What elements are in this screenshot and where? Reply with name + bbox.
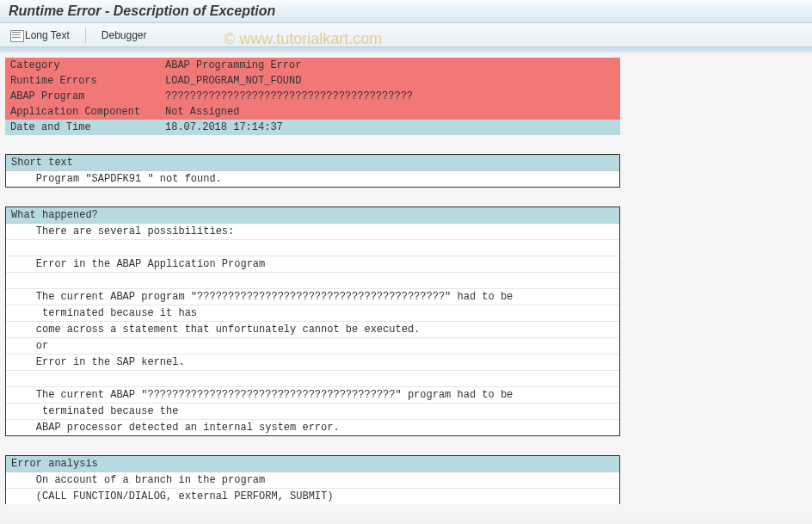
what-happened-section: What happened? There are several possibi…: [5, 207, 620, 436]
abap-program-value: ????????????????????????????????????????: [160, 89, 620, 104]
error-analysis-section: Error analysis On account of a branch in…: [5, 455, 620, 504]
debugger-button[interactable]: Debugger: [98, 28, 151, 43]
info-row-datetime: Date and Time 18.07.2018 17:14:37: [5, 120, 620, 135]
document-icon: [10, 30, 22, 40]
text-line: There are several possibilities:: [6, 224, 619, 240]
short-text-body: Program "SAPDFK91 " not found.: [6, 171, 619, 187]
text-line: (CALL FUNCTION/DIALOG, external PERFORM,…: [6, 489, 619, 504]
long-text-label: Long Text: [25, 29, 70, 41]
content-area: Category ABAP Programming Error Runtime …: [0, 47, 812, 520]
datetime-value: 18.07.2018 17:14:37: [160, 120, 620, 135]
info-row-runtime-errors: Runtime Errors LOAD_PROGRAM_NOT_FOUND: [5, 73, 620, 89]
text-line: or: [6, 338, 619, 354]
error-info-table: Category ABAP Programming Error Runtime …: [5, 58, 620, 135]
error-analysis-body: On account of a branch in the program (C…: [6, 472, 619, 504]
what-happened-body: There are several possibilities: Error i…: [6, 224, 619, 435]
app-component-value: Not Assigned: [160, 104, 620, 120]
text-line: [6, 240, 619, 256]
separator-strip: [0, 47, 812, 52]
abap-program-label: ABAP Program: [5, 89, 160, 104]
category-value: ABAP Programming Error: [160, 58, 620, 73]
category-label: Category: [5, 58, 160, 73]
title-bar: Runtime Error - Description of Exception: [0, 0, 812, 23]
runtime-errors-label: Runtime Errors: [5, 73, 160, 89]
debugger-label: Debugger: [102, 29, 147, 41]
app-component-label: Application Component: [5, 104, 160, 120]
text-line: Error in the SAP kernel.: [6, 354, 619, 371]
text-line: Program "SAPDFK91 " not found.: [6, 171, 619, 187]
text-line: Error in the ABAP Application Program: [6, 256, 619, 273]
info-row-abap-program: ABAP Program ???????????????????????????…: [5, 89, 620, 104]
short-text-header: Short text: [6, 155, 619, 171]
text-line: terminated because it has: [6, 305, 619, 322]
short-text-section: Short text Program "SAPDFK91 " not found…: [5, 154, 620, 188]
text-line: The current ABAP "??????????????????????…: [6, 387, 619, 404]
text-line: ABAP processor detected an internal syst…: [6, 420, 619, 435]
long-text-button[interactable]: Long Text: [7, 28, 73, 43]
info-row-app-component: Application Component Not Assigned: [5, 104, 620, 120]
what-happened-header: What happened?: [6, 207, 619, 224]
toolbar: Long Text Debugger: [0, 23, 812, 47]
runtime-errors-value: LOAD_PROGRAM_NOT_FOUND: [160, 73, 620, 89]
error-analysis-header: Error analysis: [6, 456, 619, 472]
text-line: On account of a branch in the program: [6, 472, 619, 489]
text-line: [6, 371, 619, 387]
info-row-category: Category ABAP Programming Error: [5, 58, 620, 73]
datetime-label: Date and Time: [5, 120, 160, 135]
text-line: come across a statement that unfortunate…: [6, 322, 619, 338]
text-line: [6, 273, 619, 289]
toolbar-divider: [85, 28, 86, 43]
text-line: The current ABAP program "??????????????…: [6, 289, 619, 305]
text-line: terminated because the: [6, 404, 619, 420]
page-title: Runtime Error - Description of Exception: [9, 3, 803, 19]
